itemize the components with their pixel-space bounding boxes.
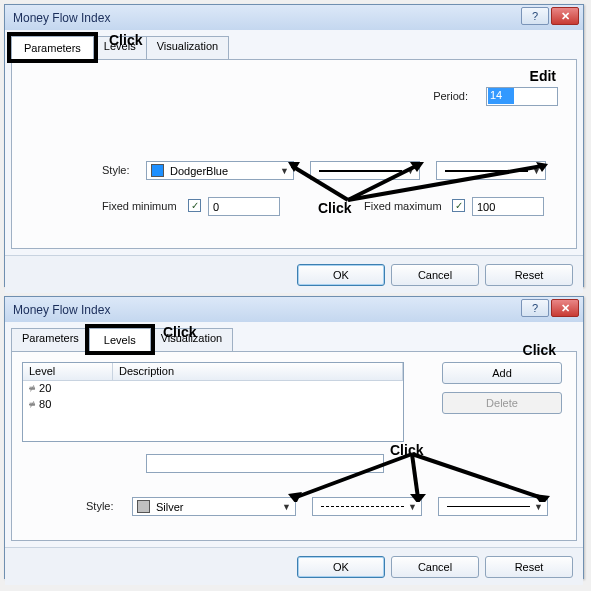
button-bar: OK Cancel Reset [5, 547, 583, 585]
chevron-down-icon: ▼ [282, 502, 291, 512]
levels-table[interactable]: Level Description ≠20 ≠80 [22, 362, 404, 442]
table-row[interactable]: ≠80 [23, 397, 403, 413]
chevron-down-icon: ▼ [408, 502, 417, 512]
color-dropdown[interactable]: Silver ▼ [132, 497, 296, 516]
color-name: Silver [156, 501, 184, 513]
chevron-down-icon: ▼ [280, 166, 289, 176]
dialog-title: Money Flow Index [13, 303, 110, 317]
line-style-dropdown[interactable]: ▼ [312, 497, 422, 516]
table-row[interactable]: ≠20 [23, 381, 403, 397]
annotation-click-style: Click [318, 200, 351, 216]
period-label: Period: [433, 90, 468, 102]
dialog-parameters: Money Flow Index ? ✕ Click Parameters Le… [4, 4, 584, 287]
level-desc [113, 397, 125, 413]
color-swatch-icon [137, 500, 150, 513]
style-label: Style: [86, 500, 114, 512]
tab-list: Parameters Levels Visualization [11, 328, 577, 351]
line-width-dropdown[interactable]: ▼ [436, 161, 546, 180]
tab-list: Parameters Levels Visualization [11, 36, 577, 59]
line-solid-icon [445, 170, 528, 172]
col-level: Level [23, 363, 113, 380]
reset-button[interactable]: Reset [485, 556, 573, 578]
level-value: 20 [39, 382, 51, 394]
fixed-min-input[interactable] [208, 197, 280, 216]
reset-button[interactable]: Reset [485, 264, 573, 286]
fixed-max-checkbox[interactable]: ✓ [452, 199, 465, 212]
annotation-edit: Edit [530, 68, 556, 84]
color-name: DodgerBlue [170, 165, 228, 177]
chevron-down-icon: ▼ [406, 166, 415, 176]
fixed-max-label: Fixed maximum [364, 200, 442, 212]
parameters-panel: Edit Period: 14 Style: DodgerBlue ▼ ▼ ▼ … [11, 59, 577, 249]
svg-line-8 [412, 454, 418, 498]
cancel-button[interactable]: Cancel [391, 264, 479, 286]
close-button[interactable]: ✕ [551, 299, 579, 317]
delete-button: Delete [442, 392, 562, 414]
line-width-dropdown[interactable]: ▼ [438, 497, 548, 516]
dialog-levels: Money Flow Index ? ✕ Click Parameters Le… [4, 296, 584, 579]
tab-levels[interactable]: Levels [93, 36, 147, 59]
add-button[interactable]: Add [442, 362, 562, 384]
tab-parameters[interactable]: Parameters [11, 328, 90, 351]
line-solid-icon [319, 170, 402, 172]
ok-button[interactable]: OK [297, 264, 385, 286]
help-button[interactable]: ? [521, 7, 549, 25]
dialog-title: Money Flow Index [13, 11, 110, 25]
button-bar: OK Cancel Reset [5, 255, 583, 293]
col-description: Description [113, 363, 403, 380]
tab-visualization[interactable]: Visualization [150, 328, 234, 351]
line-thin-icon [447, 506, 530, 507]
close-button[interactable]: ✕ [551, 7, 579, 25]
style-label: Style: [102, 164, 130, 176]
line-style-dropdown[interactable]: ▼ [310, 161, 420, 180]
fixed-min-checkbox[interactable]: ✓ [188, 199, 201, 212]
cancel-button[interactable]: Cancel [391, 556, 479, 578]
color-swatch-icon [151, 164, 164, 177]
chevron-down-icon: ▼ [532, 166, 541, 176]
annotation-click-style: Click [390, 442, 423, 458]
level-preview[interactable] [146, 454, 384, 473]
titlebar: Money Flow Index ? ✕ [5, 5, 583, 30]
level-icon: ≠ [29, 382, 35, 394]
help-button[interactable]: ? [521, 299, 549, 317]
level-desc [113, 381, 125, 397]
svg-line-10 [412, 454, 542, 498]
tab-parameters[interactable]: Parameters [11, 36, 94, 59]
levels-panel: Level Description ≠20 ≠80 Click Add Dele… [11, 351, 577, 541]
fixed-max-input[interactable] [472, 197, 544, 216]
level-icon: ≠ [29, 398, 35, 410]
ok-button[interactable]: OK [297, 556, 385, 578]
tab-visualization[interactable]: Visualization [146, 36, 230, 59]
titlebar: Money Flow Index ? ✕ [5, 297, 583, 322]
fixed-min-label: Fixed minimum [102, 200, 177, 212]
chevron-down-icon: ▼ [534, 502, 543, 512]
tab-levels[interactable]: Levels [89, 328, 151, 351]
color-dropdown[interactable]: DodgerBlue ▼ [146, 161, 294, 180]
line-dashed-icon [321, 506, 404, 507]
period-value-selected: 14 [488, 88, 514, 104]
level-value: 80 [39, 398, 51, 410]
